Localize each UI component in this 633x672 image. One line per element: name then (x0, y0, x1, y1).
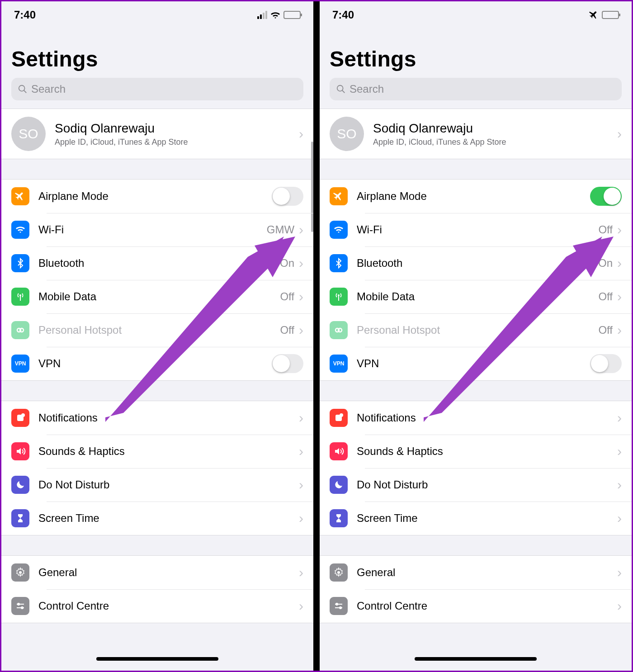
screentime-row[interactable]: Screen Time › (320, 502, 632, 535)
dnd-label: Do Not Disturb (38, 478, 299, 491)
general-row[interactable]: General › (1, 556, 313, 589)
mobile-data-row[interactable]: Mobile Data Off › (320, 280, 632, 313)
airplane-toggle[interactable] (272, 187, 303, 206)
general-row[interactable]: General › (320, 556, 632, 589)
vpn-row[interactable]: VPN VPN (1, 347, 313, 380)
chevron-icon: › (617, 566, 622, 579)
bluetooth-icon (11, 254, 29, 272)
sounds-row[interactable]: Sounds & Haptics › (320, 435, 632, 468)
notifications-row[interactable]: Notifications › (1, 401, 313, 435)
notifications-icon (11, 409, 29, 427)
search-input[interactable]: Search (11, 78, 303, 100)
bluetooth-row[interactable]: Bluetooth On › (1, 246, 313, 280)
vpn-icon: VPN (11, 355, 29, 373)
gear-icon (11, 563, 29, 582)
search-input[interactable]: Search (330, 78, 622, 100)
redaction-bar (96, 657, 218, 661)
svg-rect-24 (335, 604, 342, 605)
wifi-row[interactable]: Wi-Fi GMW › (1, 213, 313, 246)
chevron-icon: › (299, 127, 303, 141)
sounds-row[interactable]: Sounds & Haptics › (1, 435, 313, 468)
general-group: General › Control Centre › (320, 555, 632, 623)
page-header: Settings (320, 28, 632, 73)
control-centre-row[interactable]: Control Centre › (320, 589, 632, 623)
vpn-label: VPN (38, 357, 272, 370)
avatar: SO (11, 117, 46, 151)
signal-icon (257, 11, 267, 19)
wifi-row-icon (11, 221, 29, 239)
status-time: 7:40 (14, 9, 36, 21)
mobile-value: Off (280, 290, 294, 303)
control-label: Control Centre (38, 600, 299, 612)
airplane-toggle[interactable] (590, 187, 622, 206)
search-placeholder: Search (350, 83, 384, 95)
network-group: Airplane Mode Wi-Fi GMW › Bluetooth On ›… (1, 179, 313, 381)
vpn-row[interactable]: VPN VPN (320, 347, 632, 380)
mobile-value: Off (598, 290, 613, 303)
general-group: General › Control Centre › (1, 555, 313, 623)
svg-point-0 (19, 85, 25, 91)
phone-divider (313, 1, 320, 671)
search-icon (18, 84, 28, 94)
bluetooth-value: On (598, 257, 613, 270)
wifi-row[interactable]: Wi-Fi Off › (320, 213, 632, 246)
profile-sub: Apple ID, iCloud, iTunes & App Store (373, 137, 617, 147)
hotspot-icon (11, 321, 29, 339)
sounds-label: Sounds & Haptics (357, 445, 617, 458)
network-group: Airplane Mode Wi-Fi Off › Bluetooth On ›… (320, 179, 632, 381)
profile-group: SO Sodiq Olanrewaju Apple ID, iCloud, iT… (320, 109, 632, 159)
screentime-row[interactable]: Screen Time › (1, 502, 313, 535)
wifi-label: Wi-Fi (357, 223, 598, 236)
mobile-label: Mobile Data (38, 290, 280, 303)
profile-name: Sodiq Olanrewaju (373, 121, 617, 136)
svg-point-21 (337, 571, 340, 574)
profile-row[interactable]: SO Sodiq Olanrewaju Apple ID, iCloud, iT… (1, 109, 313, 159)
notifications-icon (330, 409, 348, 427)
chevron-icon: › (617, 256, 622, 270)
avatar: SO (330, 117, 364, 151)
search-placeholder: Search (31, 83, 66, 95)
chevron-icon: › (617, 290, 622, 303)
bluetooth-row[interactable]: Bluetooth On › (320, 246, 632, 280)
airplane-label: Airplane Mode (357, 190, 590, 203)
wifi-icon (270, 11, 281, 19)
mobile-data-row[interactable]: Mobile Data Off › (1, 280, 313, 313)
bluetooth-value: On (280, 257, 294, 270)
status-bar: 7:40 (320, 1, 632, 28)
control-centre-row[interactable]: Control Centre › (1, 589, 313, 623)
moon-icon (11, 476, 29, 494)
hourglass-icon (330, 509, 348, 527)
svg-line-15 (342, 90, 345, 93)
sliders-icon (11, 597, 29, 615)
chevron-icon: › (617, 511, 622, 525)
gear-icon (330, 563, 348, 582)
vpn-label: VPN (357, 357, 590, 370)
wifi-row-icon (330, 221, 348, 239)
vpn-toggle[interactable] (590, 354, 622, 373)
dnd-row[interactable]: Do Not Disturb › (1, 468, 313, 502)
screentime-label: Screen Time (38, 512, 299, 525)
antenna-icon (11, 288, 29, 306)
hotspot-row[interactable]: Personal Hotspot Off › (320, 313, 632, 347)
general-label: General (357, 566, 617, 579)
hotspot-row[interactable]: Personal Hotspot Off › (1, 313, 313, 347)
svg-rect-10 (17, 604, 24, 605)
vpn-toggle[interactable] (272, 354, 303, 373)
mobile-label: Mobile Data (357, 290, 598, 303)
profile-row[interactable]: SO Sodiq Olanrewaju Apple ID, iCloud, iT… (320, 109, 632, 159)
bluetooth-label: Bluetooth (357, 257, 598, 270)
chevron-icon: › (299, 411, 303, 425)
notifications-row[interactable]: Notifications › (320, 401, 632, 435)
phone-right: 7:40 Settings Search SO Sodiq Olanrewaju… (320, 1, 632, 671)
system-group: Notifications › Sounds & Haptics › Do No… (320, 401, 632, 535)
profile-name: Sodiq Olanrewaju (55, 121, 299, 136)
airplane-icon (11, 187, 29, 205)
airplane-icon (330, 187, 348, 205)
phone-left: 7:40 Settings Search SO Sodiq Olanrewaju… (1, 1, 313, 671)
airplane-mode-row[interactable]: Airplane Mode (320, 180, 632, 213)
airplane-mode-row[interactable]: Airplane Mode (1, 180, 313, 213)
dnd-label: Do Not Disturb (357, 478, 617, 491)
svg-point-20 (340, 413, 343, 417)
dnd-row[interactable]: Do Not Disturb › (320, 468, 632, 502)
chevron-icon: › (299, 599, 303, 613)
